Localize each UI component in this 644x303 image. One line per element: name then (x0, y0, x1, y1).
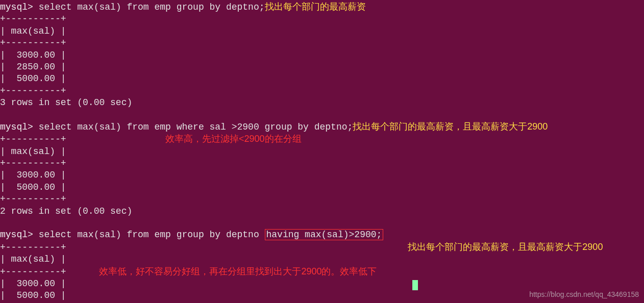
table-divider: +----------+ 找出每个部门的最高薪资，且最高薪资大于2900 (0, 241, 644, 254)
table-divider: +----------+ 效率低，好不容易分好组，再在分组里找到出大于2900的… (0, 266, 644, 278)
query2-line: mysql> select max(sal) from emp where sa… (0, 121, 644, 133)
table-divider: +----------+ (0, 193, 644, 205)
efficiency-note: 效率高，先过滤掉<2900的在分组 (165, 134, 302, 144)
table-row: | 5000.00 | (0, 73, 644, 85)
terminal-cursor (412, 280, 418, 290)
table-divider: +----------+ (0, 158, 644, 169)
sql-statement-part1: select max(sal) from emp group by deptno (39, 230, 265, 240)
mysql-prompt: mysql> (0, 122, 39, 132)
query1-line: mysql> select max(sal) from emp group by… (0, 1, 644, 13)
table-header: | max(sal) | (0, 254, 644, 265)
mysql-prompt: mysql> (0, 2, 39, 12)
annotation-yellow: 找出每个部门的最高薪资 (265, 2, 366, 12)
blank-line (0, 217, 644, 229)
annotation-yellow: 找出每个部门的最高薪资，且最高薪资大于2900 (353, 121, 548, 132)
table-row: | 2850.00 | (0, 61, 644, 73)
table-header: | max(sal) | (0, 26, 644, 37)
terminal-output: mysql> select max(sal) from emp group by… (0, 1, 644, 303)
mysql-prompt: mysql> (0, 230, 39, 240)
blank-line (0, 109, 644, 121)
table-row: | 3000.00 | (0, 169, 644, 181)
table-row: | 5000.00 | (0, 182, 644, 193)
table-header: | max(sal) | (0, 146, 644, 158)
table-row: | 3000.00 | (0, 278, 644, 290)
annotation-yellow: 找出每个部门的最高薪资，且最高薪资大于2900 (408, 242, 603, 252)
query3-line: mysql> select max(sal) from emp group by… (0, 229, 644, 241)
table-divider: +----------+ (0, 37, 644, 49)
table-divider: +----------+ (0, 13, 644, 25)
table-divider: +----------+ (0, 85, 644, 97)
table-divider: +----------+ 效率高，先过滤掉<2900的在分组 (0, 133, 644, 145)
watermark-text: https://blog.csdn.net/qq_43469158 (529, 290, 639, 299)
sql-having-clause: having max(sal)>2900; (265, 229, 384, 240)
efficiency-note: 效率低，好不容易分好组，再在分组里找到出大于2900的。效率低下 (99, 266, 377, 276)
result-footer: 2 rows in set (0.00 sec) (0, 206, 644, 217)
sql-statement: select max(sal) from emp group by deptno… (39, 2, 265, 12)
sql-statement: select max(sal) from emp where sal >2900… (39, 122, 353, 132)
result-footer: 3 rows in set (0.00 sec) (0, 97, 644, 109)
table-row: | 3000.00 | (0, 49, 644, 61)
